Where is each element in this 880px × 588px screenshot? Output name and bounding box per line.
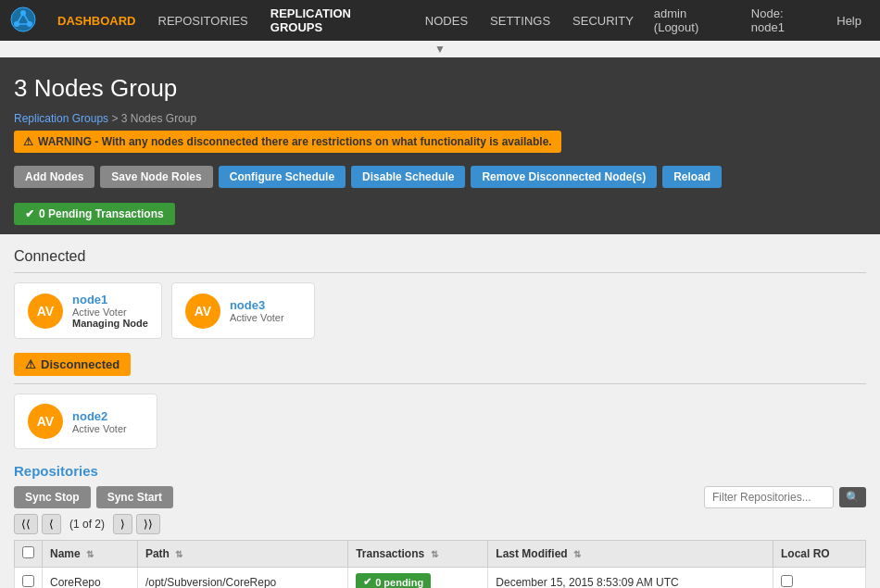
local-ro-checkbox[interactable] bbox=[781, 575, 793, 587]
action-buttons-bar: Add Nodes Save Node Roles Configure Sche… bbox=[0, 160, 880, 197]
save-node-roles-button[interactable]: Save Node Roles bbox=[100, 166, 212, 188]
repositories-toolbar: Sync Stop Sync Start 🔍 bbox=[14, 486, 866, 508]
warning-icon: ⚠ bbox=[23, 135, 33, 148]
node3-role: Active Voter bbox=[230, 312, 284, 323]
main-content: Connected AV node1 Active Voter Managing… bbox=[0, 234, 880, 588]
breadcrumb-link[interactable]: Replication Groups bbox=[14, 112, 108, 125]
top-navigation: DASHBOARD REPOSITORIES REPLICATION GROUP… bbox=[0, 0, 880, 41]
transactions-check-icon: ✔ bbox=[363, 576, 371, 588]
node1-avatar: AV bbox=[28, 294, 63, 329]
warning-text: WARNING - With any nodes disconnected th… bbox=[38, 135, 552, 148]
page-info: (1 of 2) bbox=[65, 518, 109, 531]
row-checkbox-cell bbox=[15, 568, 43, 589]
disconnected-nodes-row: AV node2 Active Voter bbox=[14, 394, 866, 449]
pending-transactions-badge: ✔ 0 Pending Transactions bbox=[14, 203, 175, 225]
table-header-local-ro: Local RO bbox=[773, 541, 865, 568]
table-header-transactions[interactable]: Transactions ⇅ bbox=[348, 541, 488, 568]
breadcrumb-area: Replication Groups > 3 Nodes Group ⚠ WAR… bbox=[0, 108, 880, 160]
row-checkbox[interactable] bbox=[22, 575, 34, 587]
transactions-sort-icon: ⇅ bbox=[431, 549, 438, 559]
disconnected-section: ⚠ Disconnected AV node2 Active Voter bbox=[14, 353, 866, 449]
node2-name: node2 bbox=[72, 409, 127, 423]
breadcrumb: Replication Groups > 3 Nodes Group bbox=[14, 112, 196, 125]
disconnected-label: Disconnected bbox=[41, 357, 119, 371]
remove-disconnected-button[interactable]: Remove Disconnected Node(s) bbox=[471, 166, 657, 188]
node1-name: node1 bbox=[72, 293, 148, 307]
connected-section: Connected AV node1 Active Voter Managing… bbox=[14, 248, 866, 339]
dropdown-arrow: ▼ bbox=[0, 41, 880, 57]
node2-avatar: AV bbox=[28, 404, 63, 439]
configure-schedule-button[interactable]: Configure Schedule bbox=[219, 166, 346, 188]
row-last-modified: December 15, 2015 8:53:09 AM UTC bbox=[488, 568, 773, 589]
pending-check-icon: ✔ bbox=[25, 207, 34, 220]
breadcrumb-separator: > bbox=[111, 112, 118, 125]
row-path: /opt/Subversion/CoreRepo bbox=[137, 568, 347, 589]
last-modified-sort-icon: ⇅ bbox=[573, 549, 581, 559]
node-card-node3[interactable]: AV node3 Active Voter bbox=[171, 282, 315, 339]
disconnected-icon: ⚠ bbox=[25, 357, 36, 371]
nav-repositories[interactable]: REPOSITORIES bbox=[147, 0, 259, 41]
breadcrumb-current: 3 Nodes Group bbox=[121, 112, 196, 125]
app-logo bbox=[9, 6, 37, 36]
page-header: 3 Nodes Group bbox=[0, 57, 880, 108]
nav-security[interactable]: SECURITY bbox=[561, 0, 645, 41]
add-nodes-button[interactable]: Add Nodes bbox=[14, 166, 94, 188]
nav-settings[interactable]: SETTINGS bbox=[479, 0, 561, 41]
nav-nodes[interactable]: NODES bbox=[414, 0, 479, 41]
node-card-node1[interactable]: AV node1 Active Voter Managing Node bbox=[14, 282, 162, 339]
table-header-name[interactable]: Name ⇅ bbox=[43, 541, 138, 568]
disconnected-divider bbox=[14, 383, 866, 384]
reload-button[interactable]: Reload bbox=[662, 166, 722, 188]
sync-start-button[interactable]: Sync Start bbox=[96, 486, 173, 508]
nav-dashboard[interactable]: DASHBOARD bbox=[46, 0, 147, 41]
table-header-checkbox bbox=[15, 541, 43, 568]
node1-info: node1 Active Voter Managing Node bbox=[72, 293, 148, 329]
nav-user[interactable]: admin (Logout) bbox=[645, 6, 742, 34]
node3-info: node3 Active Voter bbox=[230, 298, 284, 323]
page-title: 3 Nodes Group bbox=[14, 67, 866, 108]
node1-role: Active Voter bbox=[72, 307, 148, 318]
node2-role: Active Voter bbox=[72, 423, 127, 434]
node-card-node2[interactable]: AV node2 Active Voter bbox=[14, 394, 157, 449]
sync-stop-button[interactable]: Sync Stop bbox=[14, 486, 91, 508]
table-header-row: Name ⇅ Path ⇅ Transactions ⇅ Last Modifi… bbox=[15, 541, 866, 568]
table-header-last-modified[interactable]: Last Modified ⇅ bbox=[488, 541, 773, 568]
filter-repositories-input[interactable] bbox=[704, 486, 834, 508]
node1-extra: Managing Node bbox=[72, 318, 148, 329]
connected-nodes-row: AV node1 Active Voter Managing Node AV n… bbox=[14, 282, 866, 339]
connected-section-title: Connected bbox=[14, 248, 866, 265]
next-page-button[interactable]: ⟩ bbox=[113, 514, 132, 534]
repositories-table: Name ⇅ Path ⇅ Transactions ⇅ Last Modifi… bbox=[14, 540, 866, 588]
pending-label: 0 Pending Transactions bbox=[39, 207, 164, 220]
table-row[interactable]: CoreRepo /opt/Subversion/CoreRepo ✔ 0 pe… bbox=[15, 568, 866, 589]
node3-avatar: AV bbox=[185, 294, 220, 329]
connected-divider bbox=[14, 272, 866, 273]
pagination-row: ⟨⟨ ⟨ (1 of 2) ⟩ ⟩⟩ bbox=[14, 514, 866, 534]
table-header-path[interactable]: Path ⇅ bbox=[137, 541, 347, 568]
name-sort-icon: ⇅ bbox=[86, 549, 94, 559]
row-local-ro bbox=[773, 568, 865, 589]
nav-replication-groups[interactable]: REPLICATION GROUPS bbox=[259, 0, 414, 41]
pending-badge-bar: ✔ 0 Pending Transactions bbox=[0, 197, 880, 234]
last-page-button[interactable]: ⟩⟩ bbox=[136, 514, 160, 534]
warning-banner: ⚠ WARNING - With any nodes disconnected … bbox=[14, 131, 561, 153]
path-sort-icon: ⇅ bbox=[175, 549, 182, 559]
node3-name: node3 bbox=[230, 298, 284, 312]
nav-help[interactable]: Help bbox=[827, 14, 871, 28]
transactions-badge: ✔ 0 pending bbox=[356, 573, 431, 588]
transactions-value: 0 pending bbox=[375, 577, 423, 588]
prev-page-button[interactable]: ⟨ bbox=[42, 514, 61, 534]
nav-node: Node: node1 bbox=[742, 6, 827, 34]
node2-info: node2 Active Voter bbox=[72, 409, 127, 434]
filter-search-button[interactable]: 🔍 bbox=[839, 487, 866, 507]
select-all-checkbox[interactable] bbox=[22, 546, 34, 558]
disable-schedule-button[interactable]: Disable Schedule bbox=[351, 166, 465, 188]
repositories-section: Repositories Sync Stop Sync Start 🔍 ⟨⟨ ⟨… bbox=[14, 463, 866, 588]
repositories-title: Repositories bbox=[14, 463, 866, 479]
row-transactions: ✔ 0 pending bbox=[348, 568, 488, 589]
disconnected-badge: ⚠ Disconnected bbox=[14, 353, 131, 376]
first-page-button[interactable]: ⟨⟨ bbox=[14, 514, 38, 534]
row-name: CoreRepo bbox=[43, 568, 138, 589]
